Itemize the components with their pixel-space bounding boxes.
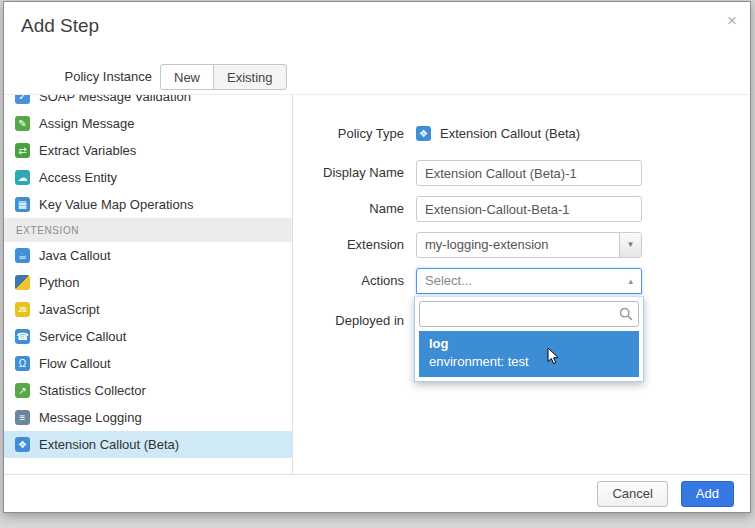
- extension-section-header: EXTENSION: [4, 218, 292, 242]
- actions-option-log[interactable]: log environment: test: [419, 331, 639, 377]
- policy-form: Policy Type ❖ Extension Callout (Beta) D…: [294, 95, 750, 474]
- extension-callout-icon: ❖: [15, 437, 30, 452]
- chevron-down-icon[interactable]: ▼: [619, 233, 641, 257]
- actions-search: [419, 301, 639, 327]
- policy-instance-label: Policy Instance: [4, 64, 152, 90]
- name-input[interactable]: [416, 196, 642, 222]
- actions-select-value: Select...: [425, 269, 472, 293]
- policy-instance-toggle: New Existing: [160, 64, 287, 90]
- policy-item-java-callout[interactable]: ☕ Java Callout: [4, 242, 292, 269]
- policy-type-icon: ❖: [416, 126, 431, 141]
- statistics-collector-icon: ↗: [15, 383, 30, 398]
- policy-item-label: Message Logging: [39, 410, 142, 425]
- policy-item-label: Key Value Map Operations: [39, 197, 193, 212]
- option-title: log: [429, 335, 629, 353]
- policy-list-inner: ✓ SOAP Message Validation ✎ Assign Messa…: [4, 95, 292, 458]
- close-icon[interactable]: ×: [727, 12, 737, 29]
- policy-item-label: Statistics Collector: [39, 383, 146, 398]
- actions-search-input[interactable]: [419, 301, 639, 327]
- search-icon: [619, 307, 633, 321]
- chevron-up-icon: ▴: [628, 269, 633, 293]
- display-name-label: Display Name: [294, 160, 404, 186]
- display-name-row: Display Name: [294, 160, 750, 186]
- java-callout-icon: ☕: [15, 248, 30, 263]
- modal-content: ✓ SOAP Message Validation ✎ Assign Messa…: [4, 94, 750, 474]
- extract-variables-icon: ⇄: [15, 143, 30, 158]
- policy-item-key-value-map-operations[interactable]: ▦ Key Value Map Operations: [4, 191, 292, 218]
- service-callout-icon: ☎: [15, 329, 30, 344]
- soap-message-validation-icon: ✓: [15, 95, 30, 104]
- policy-item-label: Extension Callout (Beta): [39, 437, 179, 452]
- display-name-input[interactable]: [416, 160, 642, 186]
- policy-item-label: Assign Message: [39, 116, 134, 131]
- javascript-icon: JS: [15, 302, 30, 317]
- policy-item-message-logging[interactable]: ≡ Message Logging: [4, 404, 292, 431]
- flow-callout-icon: Ω: [15, 356, 30, 371]
- modal-footer: Cancel Add: [4, 474, 750, 512]
- python-icon: [15, 275, 30, 290]
- policy-item-access-entity[interactable]: ☁ Access Entity: [4, 164, 292, 191]
- policy-item-label: Flow Callout: [39, 356, 111, 371]
- extension-row: Extension my-logging-extension ▼: [294, 232, 750, 258]
- policy-item-label: JavaScript: [39, 302, 100, 317]
- key-value-map-icon: ▦: [15, 197, 30, 212]
- extension-select-value: my-logging-extension: [425, 233, 549, 257]
- access-entity-icon: ☁: [15, 170, 30, 185]
- name-row: Name: [294, 196, 750, 222]
- policy-item-statistics-collector[interactable]: ↗ Statistics Collector: [4, 377, 292, 404]
- policy-item-extract-variables[interactable]: ⇄ Extract Variables: [4, 137, 292, 164]
- actions-dropdown: log environment: test: [414, 296, 644, 382]
- policy-item-label: Java Callout: [39, 248, 111, 263]
- policy-item-python[interactable]: Python: [4, 269, 292, 296]
- option-subtitle: environment: test: [429, 353, 629, 371]
- policy-type-label: Policy Type: [294, 121, 404, 147]
- cancel-button[interactable]: Cancel: [597, 481, 667, 507]
- policy-list: ✓ SOAP Message Validation ✎ Assign Messa…: [4, 95, 293, 474]
- policy-item-label: Python: [39, 275, 79, 290]
- policy-type-value: Extension Callout (Beta): [440, 121, 580, 147]
- existing-toggle-button[interactable]: Existing: [213, 64, 287, 90]
- message-logging-icon: ≡: [15, 410, 30, 425]
- policy-item-label: Extract Variables: [39, 143, 136, 158]
- policy-item-service-callout[interactable]: ☎ Service Callout: [4, 323, 292, 350]
- assign-message-icon: ✎: [15, 116, 30, 131]
- policy-item-javascript[interactable]: JS JavaScript: [4, 296, 292, 323]
- actions-label: Actions: [294, 268, 404, 294]
- name-label: Name: [294, 196, 404, 222]
- policy-item-soap-message-validation[interactable]: ✓ SOAP Message Validation: [4, 95, 292, 110]
- policy-item-flow-callout[interactable]: Ω Flow Callout: [4, 350, 292, 377]
- actions-select[interactable]: Select... ▴: [416, 268, 642, 294]
- actions-row: Actions Select... ▴: [294, 268, 750, 294]
- modal-title: Add Step: [21, 15, 99, 37]
- policy-instance-row: Policy Instance New Existing: [4, 64, 750, 90]
- extension-select[interactable]: my-logging-extension ▼: [416, 232, 642, 258]
- policy-type-row: Policy Type ❖ Extension Callout (Beta): [294, 121, 750, 147]
- mouse-cursor-icon: [546, 347, 562, 365]
- deployed-in-label: Deployed in: [294, 308, 404, 334]
- add-button[interactable]: Add: [681, 481, 734, 507]
- extension-label: Extension: [294, 232, 404, 258]
- add-step-modal: Add Step × Policy Instance New Existing …: [3, 1, 751, 513]
- policy-item-extension-callout-beta[interactable]: ❖ Extension Callout (Beta): [4, 431, 292, 458]
- policy-item-assign-message[interactable]: ✎ Assign Message: [4, 110, 292, 137]
- policy-item-label: Service Callout: [39, 329, 126, 344]
- policy-item-label: SOAP Message Validation: [39, 95, 191, 104]
- policy-item-label: Access Entity: [39, 170, 117, 185]
- new-toggle-button[interactable]: New: [160, 64, 214, 90]
